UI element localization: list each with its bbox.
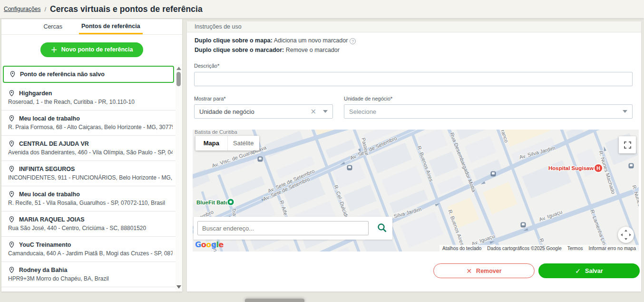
tab-cercas[interactable]: Cercas [41, 19, 65, 34]
business-unit-select[interactable]: Selecione [344, 104, 633, 119]
pin-icon [8, 191, 15, 198]
list-item[interactable]: Escritório da Dra Toddy [1, 287, 176, 292]
list-item[interactable]: CENTRAL DE AJUDA VRAvenida dos Bandeiran… [1, 136, 176, 161]
save-button[interactable]: ✓ Salvar [538, 263, 640, 278]
business-unit-label: Unidade de negócio* [344, 96, 392, 101]
reference-point-title: Rodney da Bahia [19, 267, 67, 273]
reference-point-title: MARIA RAQUEL JOIAS [19, 216, 85, 223]
x-icon: ✕ [466, 267, 472, 275]
pin-icon [8, 140, 15, 147]
remove-label: Remover [476, 268, 502, 274]
transit-stop-icon [258, 157, 263, 162]
reference-point-title: Highgarden [19, 90, 52, 97]
scroll-up-button[interactable] [176, 67, 181, 70]
check-icon: ✓ [575, 267, 581, 275]
remove-button[interactable]: ✕ Remover [433, 263, 535, 278]
screen: Configurações / Cercas virtuais e pontos… [0, 0, 644, 302]
reference-point-title: CENTRAL DE AJUDA VR [19, 141, 89, 147]
reference-point-address: Camanducaia, 640 A - Jardim Piatã B, Mog… [8, 250, 173, 257]
pin-icon [8, 266, 15, 273]
search-button[interactable] [375, 221, 389, 235]
clear-icon[interactable]: × [310, 107, 316, 116]
svg-text:H: H [596, 165, 600, 171]
attribution-item[interactable]: Atalhos do teclado [442, 246, 481, 251]
map-search-panel [194, 217, 392, 240]
breadcrumb-link[interactable]: Configurações [4, 6, 40, 12]
list-item[interactable]: Meu local de trabalhoR. Recife, 51 - Vil… [1, 186, 176, 211]
breadcrumb-separator: / [44, 6, 46, 13]
reference-point-address: R. Praia Formosa, 68 - Alto Caiçaras, Be… [8, 124, 173, 131]
pan-arrows-icon [618, 227, 634, 243]
sidebar: Cercas Pontos de referência + Novo ponto… [1, 19, 182, 292]
help-icon[interactable]: ? [350, 38, 356, 44]
scrollbar[interactable] [176, 64, 182, 292]
show-for-value: Unidade de negócio [199, 108, 310, 115]
reference-point-address: INCONFIDENTES, 911 - FUNCIONÁRIOS, Belo … [8, 174, 173, 181]
list-item[interactable]: Ponto de referência não salvo [3, 66, 174, 83]
attribution-item[interactable]: Informar erro no mapa [589, 246, 636, 251]
pin-icon [8, 216, 15, 223]
description-label: Descrição* [194, 63, 219, 69]
attribution-item: Dados cartográficos ©2025 Google [487, 246, 561, 251]
fullscreen-button[interactable] [619, 136, 636, 153]
tab-pontos-de-referencia[interactable]: Pontos de referência [79, 19, 143, 34]
pin-icon [8, 241, 15, 248]
scroll-thumb[interactable] [176, 72, 181, 86]
instruction-line-map: Duplo clique sobre o mapa: Adiciona um n… [195, 36, 634, 45]
transit-stop-icon [629, 163, 634, 169]
list-item[interactable]: HighgardenRoseroad, 1 - the Reach, Curit… [1, 85, 176, 111]
instruction-bold: Duplo clique sobre o mapa: [195, 37, 273, 44]
reference-point-title: INFINITA SEGUROS [19, 166, 75, 172]
instruction-text: Remove o marcador [284, 47, 340, 53]
reference-point-address: R. Recife, 51 - Vila Rosalia, Guarulhos … [8, 200, 173, 206]
instructions-card: Instruções de uso Duplo clique sobre o m… [187, 21, 641, 60]
list-item[interactable]: MARIA RAQUEL JOIASRua São José, 440 - Ce… [1, 211, 176, 237]
poi-marker[interactable]: BlueFit Batel [196, 199, 234, 206]
instruction-bold: Duplo clique sobre o marcador: [195, 47, 284, 53]
map-type-control: Mapa Satélite [195, 136, 259, 151]
street-label: Batista de Curitiba [195, 130, 238, 135]
chevron-down-icon [323, 110, 328, 113]
pin-icon [8, 115, 15, 122]
google-logo[interactable]: Google [195, 240, 224, 249]
tab-bar: Cercas Pontos de referência [1, 19, 182, 35]
list-item[interactable]: Rodney da BahiaHPR9+3M Morro do Chapéu, … [1, 262, 176, 287]
instruction-text: Adiciona um novo marcador [273, 37, 348, 44]
new-reference-point-button[interactable]: + Novo ponto de referência [40, 42, 144, 57]
save-label: Salvar [585, 268, 603, 274]
map-type-map-button[interactable]: Mapa [195, 136, 228, 151]
reference-point-address: Rua São José, 440 - Centro, Criciúma - S… [8, 225, 173, 232]
scroll-down-button[interactable] [176, 285, 181, 289]
list-item[interactable]: INFINITA SEGUROSINCONFIDENTES, 911 - FUN… [1, 161, 176, 186]
reference-point-title: Ponto de referência não salvo [20, 71, 105, 78]
pan-control[interactable] [618, 227, 634, 243]
action-bar: ✕ Remover ✓ Salvar [187, 263, 641, 278]
breadcrumb: Configurações / Cercas virtuais e pontos… [0, 0, 644, 18]
page-title: Cercas virtuais e pontos de referência [50, 4, 203, 14]
description-input[interactable] [194, 72, 633, 86]
attribution-item[interactable]: Termos [567, 246, 583, 251]
reference-point-title: YouC Treinamento [19, 242, 71, 248]
bottom-notch [245, 299, 304, 302]
transit-stop-icon [491, 171, 496, 177]
search-input[interactable] [197, 221, 369, 235]
map-attribution: Atalhos do tecladoDados cartográficos ©2… [439, 245, 639, 252]
transit-stop-icon [521, 222, 526, 228]
map[interactable]: BlueFit BatelHospital SugisawaH Batista … [193, 130, 639, 252]
reference-point-address: Avenida dos Bandeirantes, 460 - Vila Olí… [8, 149, 173, 156]
poi-label: Hospital Sugisawa [548, 165, 597, 171]
poi-label: BlueFit Batel [196, 200, 230, 205]
pin-icon [8, 165, 15, 172]
reference-point-title: Meu local de trabalho [19, 191, 80, 198]
instruction-line-marker: Duplo clique sobre o marcador: Remove o … [195, 45, 634, 55]
reference-point-address: HPR9+3M Morro do Chapéu, BA, Brazil [8, 275, 173, 282]
list-item[interactable]: Meu local de trabalhoR. Praia Formosa, 6… [1, 111, 176, 136]
plus-icon: + [51, 46, 58, 54]
list-item[interactable]: YouC TreinamentoCamanducaia, 640 A - Jar… [1, 237, 176, 262]
show-for-label: Mostrar para* [194, 96, 226, 101]
reference-point-list: Ponto de referência não salvoHighgardenR… [1, 64, 176, 292]
show-for-select[interactable]: Unidade de negócio × [194, 104, 333, 119]
search-icon [377, 222, 387, 233]
business-unit-placeholder: Selecione [349, 108, 623, 115]
map-type-satellite-button[interactable]: Satélite [228, 136, 260, 151]
